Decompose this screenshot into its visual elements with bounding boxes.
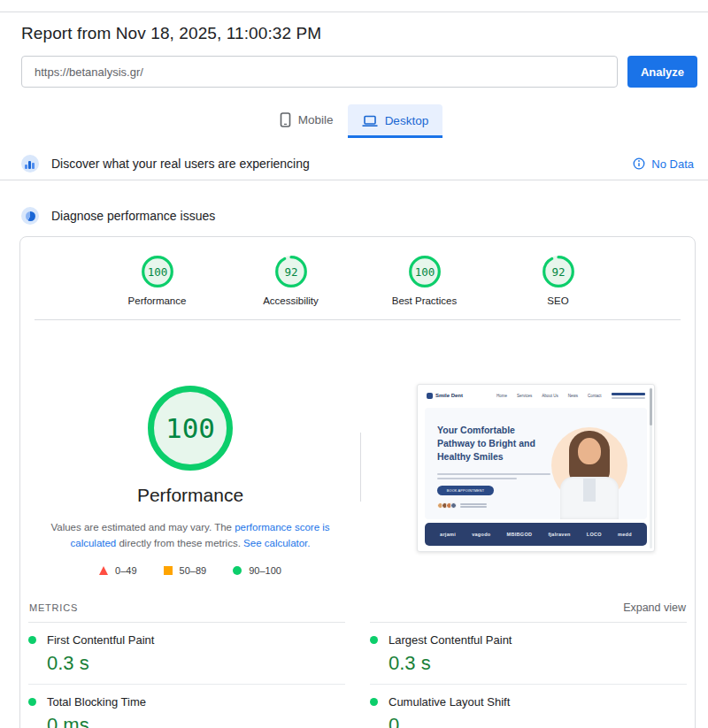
thumb-headline: Your Comfortable Pathway to Bright and H… bbox=[437, 424, 552, 464]
thumb-nav-item: Home bbox=[496, 394, 507, 398]
thumb-scrollbar bbox=[650, 387, 652, 548]
tab-mobile[interactable]: Mobile bbox=[266, 103, 348, 138]
thumb-nav-item: Services bbox=[517, 394, 532, 398]
metrics-left-column: First Contentful Paint 0.3 s Total Block… bbox=[28, 622, 345, 728]
thumb-brand-logo: medd bbox=[618, 532, 632, 537]
performance-gauge-ring: 100 bbox=[140, 254, 175, 289]
thumb-brand-logo: fjalraven bbox=[548, 532, 570, 537]
green-dot-icon bbox=[370, 636, 378, 644]
tab-desktop-label: Desktop bbox=[385, 114, 429, 127]
no-data-label: No Data bbox=[651, 157, 694, 171]
svg-text:100: 100 bbox=[147, 265, 167, 279]
legend-range: 90–100 bbox=[249, 565, 281, 576]
url-row: Analyze bbox=[21, 56, 697, 88]
url-input[interactable] bbox=[21, 56, 618, 88]
accessibility-gauge-ring: 92 bbox=[273, 254, 309, 289]
score-label: SEO bbox=[547, 295, 568, 306]
green-dot-icon bbox=[28, 698, 36, 706]
expand-view-button[interactable]: Expand view bbox=[623, 602, 686, 614]
thumb-site-nav: Home Services About Us News Contact bbox=[496, 394, 602, 398]
performance-heading: Performance bbox=[137, 485, 243, 506]
thumb-site-name: Smile Dent bbox=[435, 393, 463, 398]
legend-average: 50–89 bbox=[164, 565, 207, 576]
thumb-nav-item: About Us bbox=[542, 394, 558, 398]
section-divider bbox=[0, 180, 708, 180]
thumb-nav-item: Contact bbox=[588, 394, 602, 398]
legend-range: 0–49 bbox=[115, 565, 136, 576]
thumb-site-logo bbox=[427, 393, 433, 399]
green-circle-icon bbox=[233, 566, 242, 575]
score-label: Accessibility bbox=[263, 295, 319, 306]
see-calculator-link[interactable]: See calculator. bbox=[243, 538, 310, 548]
metrics-label: METRICS bbox=[29, 602, 78, 613]
thumb-avatars bbox=[437, 502, 487, 510]
best-practices-gauge-ring: 100 bbox=[407, 254, 442, 289]
seo-gauge-ring: 92 bbox=[541, 254, 576, 289]
performance-big-gauge: 100 bbox=[144, 382, 236, 474]
thumb-phone-block bbox=[612, 393, 645, 399]
thumb-site-header: Smile Dent Home Services About Us News C… bbox=[418, 385, 654, 406]
thumb-hero: Your Comfortable Pathway to Bright and H… bbox=[425, 408, 647, 519]
svg-text:92: 92 bbox=[284, 265, 297, 279]
metric-name: Largest Contentful Paint bbox=[389, 633, 512, 647]
score-label: Performance bbox=[128, 295, 187, 306]
metric-first-contentful-paint: First Contentful Paint 0.3 s bbox=[28, 623, 345, 685]
performance-summary-area: 100 Performance Values are estimated and… bbox=[20, 320, 695, 593]
analyze-button[interactable]: Analyze bbox=[627, 56, 697, 88]
metric-value: 0.3 s bbox=[47, 652, 345, 675]
tab-mobile-label: Mobile bbox=[298, 113, 334, 126]
legend-fail: 0–49 bbox=[99, 565, 136, 576]
thumb-paragraph-lines bbox=[437, 473, 550, 482]
device-tabs: Mobile Desktop bbox=[0, 103, 708, 138]
thumb-brand-logo: LOCO bbox=[587, 532, 602, 537]
lab-data-title: Diagnose performance issues bbox=[51, 209, 215, 223]
red-triangle-icon bbox=[99, 566, 108, 575]
performance-score-panel: 100 Performance Values are estimated and… bbox=[20, 320, 360, 593]
desktop-laptop-icon bbox=[362, 115, 378, 127]
metric-value: 0 ms bbox=[47, 714, 345, 728]
orange-square-icon bbox=[164, 566, 173, 575]
lab-data-section-header: Diagnose performance issues bbox=[0, 199, 708, 233]
thumb-brand-bar: arjami vagodo MBIBGOD fjalraven LOCO med… bbox=[425, 523, 647, 546]
score-label: Best Practices bbox=[392, 295, 458, 306]
score-gauge-performance[interactable]: 100 Performance bbox=[115, 254, 200, 306]
no-data-status[interactable]: No Data bbox=[633, 157, 694, 171]
thumb-brand-logo: vagodo bbox=[472, 532, 490, 537]
lab-report-card: 100 Performance 92 Accessibility 100 Be bbox=[19, 236, 696, 728]
metric-cumulative-layout-shift: Cumulative Layout Shift 0 bbox=[370, 685, 687, 728]
page-title: Report from Nov 18, 2025, 11:00:32 PM bbox=[21, 24, 321, 43]
thumb-nav-item: News bbox=[568, 394, 578, 398]
diagnose-icon bbox=[21, 207, 39, 225]
green-dot-icon bbox=[28, 636, 36, 644]
tab-desktop[interactable]: Desktop bbox=[348, 104, 443, 138]
thumb-person-photo bbox=[553, 431, 626, 519]
legend-pass: 90–100 bbox=[233, 565, 281, 576]
mobile-phone-icon bbox=[280, 112, 291, 127]
thumb-cta-button: BOOK APPOINTMENT bbox=[437, 486, 494, 495]
info-icon bbox=[633, 157, 645, 170]
metric-name: Total Blocking Time bbox=[47, 695, 146, 709]
score-gauge-seo[interactable]: 92 SEO bbox=[516, 254, 601, 306]
field-data-section-header: Discover what your real users are experi… bbox=[0, 147, 708, 180]
green-dot-icon bbox=[370, 698, 378, 706]
metric-name: First Contentful Paint bbox=[47, 633, 154, 647]
thumb-brand-logo: MBIBGOD bbox=[507, 532, 533, 537]
vertical-divider bbox=[360, 433, 361, 502]
score-legend: 0–49 50–89 90–100 bbox=[99, 565, 281, 576]
final-screenshot-thumbnail[interactable]: Smile Dent Home Services About Us News C… bbox=[417, 384, 655, 552]
metric-value: 0 bbox=[389, 714, 687, 728]
category-scores-row: 100 Performance 92 Accessibility 100 Be bbox=[20, 237, 695, 319]
metric-value: 0.3 s bbox=[389, 652, 687, 675]
metrics-section: METRICS Expand view First Contentful Pai… bbox=[20, 593, 695, 728]
performance-description: Values are estimated and may vary. The p… bbox=[36, 520, 344, 552]
score-gauge-accessibility[interactable]: 92 Accessibility bbox=[249, 254, 334, 306]
score-gauge-best-practices[interactable]: 100 Best Practices bbox=[382, 254, 467, 306]
description-text: Values are estimated and may vary. The bbox=[50, 522, 235, 533]
top-divider bbox=[0, 11, 708, 12]
svg-text:92: 92 bbox=[551, 265, 565, 279]
legend-range: 50–89 bbox=[180, 565, 207, 576]
metric-total-blocking-time: Total Blocking Time 0 ms bbox=[28, 685, 345, 728]
metric-largest-contentful-paint: Largest Contentful Paint 0.3 s bbox=[370, 623, 687, 685]
description-text: directly from these metrics. bbox=[116, 538, 243, 548]
pagespeed-report-page: Report from Nov 18, 2025, 11:00:32 PM An… bbox=[0, 0, 708, 728]
